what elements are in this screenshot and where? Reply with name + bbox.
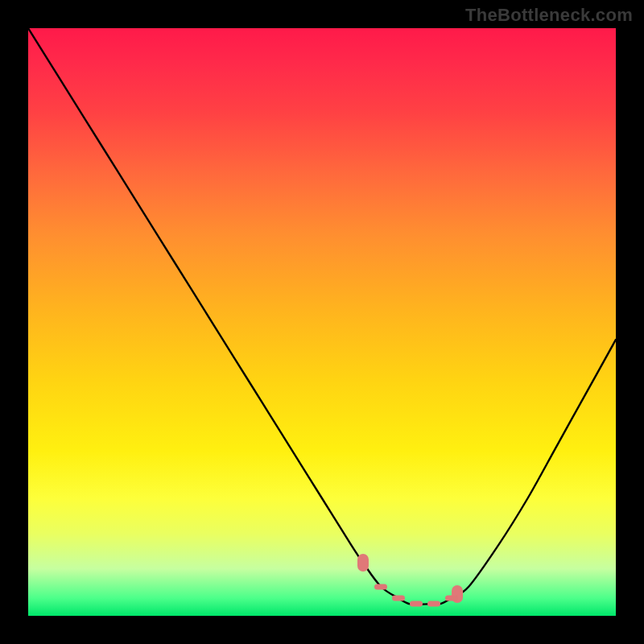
optimal-dash: [410, 601, 423, 607]
optimal-dash: [445, 596, 458, 601]
optimal-range-markers: [28, 28, 616, 616]
optimal-dash: [374, 584, 387, 589]
watermark-text: TheBottleneck.com: [465, 5, 633, 26]
chart-frame: TheBottleneck.com: [0, 0, 644, 644]
optimal-dash: [427, 601, 440, 607]
optimal-marker-left: [357, 554, 369, 572]
plot-area: [28, 28, 616, 616]
optimal-dash: [392, 596, 405, 601]
